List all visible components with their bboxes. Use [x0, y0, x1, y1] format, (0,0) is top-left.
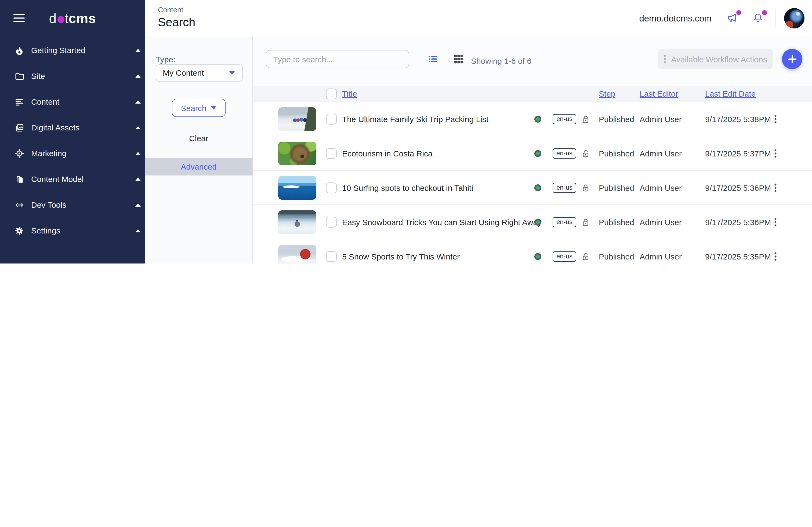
- row-title[interactable]: The Ultimate Family Ski Trip Packing Lis…: [342, 114, 489, 123]
- grid-view-button[interactable]: [454, 54, 463, 64]
- folder-icon: [14, 71, 24, 81]
- row-checkbox[interactable]: [326, 182, 337, 193]
- main-content: Showing 1-6 of 6 Available Workflow Acti…: [253, 36, 812, 264]
- sidebar-item-label: Site: [31, 63, 45, 89]
- row-title[interactable]: 5 Snow Sports to Try This Winter: [342, 252, 460, 261]
- row-last-edit-date: 9/17/2025 5:36PM: [705, 183, 771, 192]
- bell-icon: [752, 12, 764, 24]
- row-last-editor: Admin User: [640, 252, 682, 261]
- row-thumbnail[interactable]: [278, 244, 316, 264]
- language-badge: en-us: [553, 182, 576, 193]
- site-selector[interactable]: demo.dotcms.com: [639, 13, 712, 23]
- content-type-select[interactable]: My Content: [156, 64, 243, 81]
- sidebar-item-dev-tools[interactable]: Dev Tools: [0, 192, 145, 218]
- table-row[interactable]: Ecotourism in Costa Ricaen-usPublishedAd…: [253, 136, 812, 171]
- sidebar-item-label: Content: [31, 89, 59, 115]
- search-input[interactable]: [266, 50, 409, 68]
- row-last-edit-date: 9/17/2025 5:36PM: [705, 217, 771, 226]
- kebab-icon: [774, 252, 777, 260]
- list-view-icon: [428, 54, 438, 64]
- clear-button[interactable]: Clear: [145, 134, 252, 143]
- app-window: dtcms Getting StartedSiteContentDigital …: [0, 0, 812, 264]
- lock-open-glyph: [581, 183, 590, 192]
- row-menu-button[interactable]: [772, 182, 779, 194]
- search-button[interactable]: Search: [172, 99, 226, 117]
- sidebar-item-label: Settings: [31, 218, 60, 244]
- add-content-button[interactable]: [782, 49, 802, 69]
- column-title[interactable]: Title: [342, 86, 357, 102]
- published-status-dot: [534, 184, 541, 191]
- chevron-up-icon: [135, 178, 141, 181]
- table-row[interactable]: 10 Surfing spots to checkout in Tahitien…: [253, 171, 812, 205]
- row-thumbnail[interactable]: [278, 141, 316, 165]
- row-last-edit-date: 9/17/2025 5:38PM: [705, 114, 771, 123]
- advanced-tab[interactable]: Advanced: [145, 158, 252, 176]
- table-row[interactable]: 5 Snow Sports to Try This Winteren-usPub…: [253, 239, 812, 264]
- published-status-dot: [534, 115, 541, 122]
- table-header: Title Step Last Editor Last Edit Date: [253, 86, 812, 102]
- row-checkbox[interactable]: [326, 114, 337, 124]
- row-thumbnail[interactable]: [278, 107, 316, 131]
- row-thumbnail[interactable]: [278, 210, 316, 234]
- row-step: Published: [599, 149, 634, 158]
- table-row[interactable]: The Ultimate Family Ski Trip Packing Lis…: [253, 102, 812, 136]
- sidebar-item-content[interactable]: Content: [0, 89, 145, 115]
- sidebar-item-getting-started[interactable]: Getting Started: [0, 37, 145, 63]
- sidebar-item-label: Digital Assets: [31, 115, 79, 140]
- row-menu-button[interactable]: [772, 250, 779, 262]
- search-button-label: Search: [181, 103, 206, 112]
- sidebar-item-label: Getting Started: [31, 37, 85, 63]
- row-step: Published: [599, 183, 634, 192]
- table-row[interactable]: Easy Snowboard Tricks You can Start Usin…: [253, 205, 812, 239]
- language-badge: en-us: [553, 114, 576, 124]
- gear-icon: [14, 226, 24, 236]
- row-step: Published: [599, 217, 634, 226]
- chevron-up-icon: [135, 152, 141, 155]
- row-title[interactable]: Easy Snowboard Tricks You can Start Usin…: [342, 217, 541, 226]
- sidebar-item-marketing[interactable]: Marketing: [0, 140, 145, 166]
- row-last-edit-date: 9/17/2025 5:37PM: [705, 149, 771, 158]
- row-last-editor: Admin User: [640, 114, 682, 123]
- logo-dot: [57, 16, 64, 23]
- workflow-actions-button[interactable]: Available Workflow Actions: [658, 49, 773, 69]
- row-thumbnail[interactable]: [278, 176, 316, 199]
- dotcms-logo: dtcms: [0, 11, 145, 26]
- sidebar-item-settings[interactable]: Settings: [0, 218, 145, 244]
- column-last-edit-date[interactable]: Last Edit Date: [705, 86, 756, 102]
- language-badge: en-us: [553, 251, 576, 261]
- lock-open-glyph: [581, 149, 590, 158]
- row-title[interactable]: Ecotourism in Costa Rica: [342, 149, 433, 158]
- user-avatar[interactable]: [784, 8, 804, 28]
- row-menu-button[interactable]: [772, 147, 779, 159]
- lock-open-icon: [581, 114, 590, 123]
- sidebar-item-site[interactable]: Site: [0, 63, 145, 89]
- row-checkbox[interactable]: [326, 148, 337, 159]
- row-step: Published: [599, 114, 634, 123]
- row-checkbox[interactable]: [326, 251, 337, 261]
- column-step[interactable]: Step: [599, 86, 615, 102]
- lock-open-glyph: [581, 252, 590, 261]
- notifications-button[interactable]: [752, 12, 764, 24]
- lock-open-icon: [581, 252, 590, 261]
- kebab-icon: [664, 55, 666, 63]
- column-last-editor[interactable]: Last Editor: [640, 86, 678, 102]
- page-title: Search: [158, 16, 195, 30]
- sidebar-item-content-model[interactable]: Content Model: [0, 166, 145, 192]
- header-actions: demo.dotcms.com: [639, 0, 804, 36]
- sidebar-item-digital-assets[interactable]: Digital Assets: [0, 115, 145, 140]
- chevron-up-icon: [135, 204, 141, 207]
- row-last-editor: Admin User: [640, 217, 682, 226]
- kebab-icon: [774, 217, 777, 226]
- sidebar-item-label: Marketing: [31, 140, 67, 166]
- row-menu-button[interactable]: [772, 216, 779, 228]
- row-menu-button[interactable]: [772, 113, 779, 125]
- announcements-button[interactable]: [727, 12, 738, 24]
- row-title[interactable]: 10 Surfing spots to checkout in Tahiti: [342, 183, 473, 192]
- row-checkbox[interactable]: [326, 216, 337, 227]
- select-all-checkbox[interactable]: [326, 89, 337, 99]
- select-arrow-box[interactable]: [221, 65, 242, 81]
- list-view-button[interactable]: [428, 54, 438, 64]
- logo-text-d: d: [49, 11, 57, 26]
- chevron-down-icon: [211, 106, 217, 109]
- pages-icon: [14, 175, 24, 184]
